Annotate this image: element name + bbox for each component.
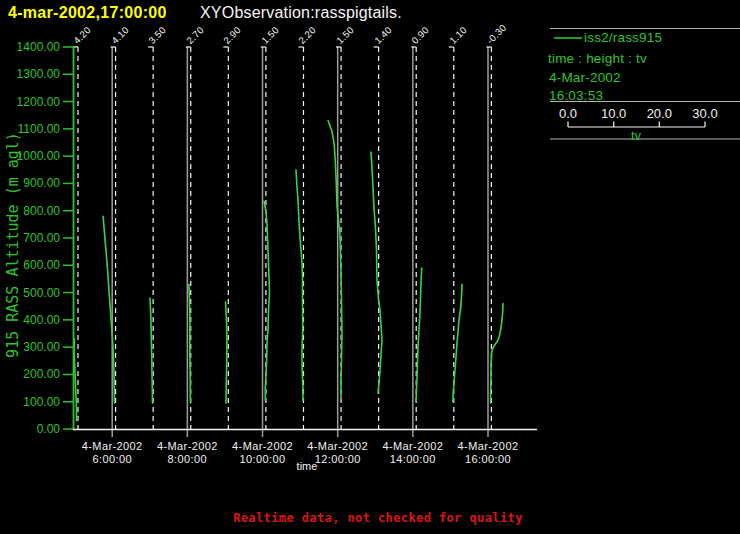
y-axis-tick-label: 600.00: [0, 258, 60, 272]
y-axis-tick-label: 300.00: [0, 340, 60, 354]
tv-axis-tick-label: 10.0: [592, 106, 636, 121]
header-datetime: 4-mar-2002,17:00:00: [8, 4, 167, 22]
legend-date: 4-Mar-2002: [549, 70, 621, 85]
y-axis-tick-label: 800.00: [0, 204, 60, 218]
y-axis-tick-label: 200.00: [0, 367, 60, 381]
y-axis-tick-label: 900.00: [0, 176, 60, 190]
x-axis-date-label: 4-Mar-2002: [443, 440, 533, 452]
y-axis-tick-label: 700.00: [0, 231, 60, 245]
page-title: XYObservation:rasspigtails.: [200, 4, 402, 22]
profile-curve: [226, 302, 227, 403]
tv-axis-title: tv: [616, 128, 656, 143]
y-axis-tick-label: 0.00: [0, 422, 60, 436]
profile-curve: [150, 298, 153, 403]
app-window: 4-mar-2002,17:00:00 XYObservation:rasspi…: [0, 0, 740, 534]
y-axis-tick-label: 1200.00: [0, 95, 60, 109]
tv-axis-tick-label: 30.0: [683, 106, 727, 121]
y-axis-tick-label: 1300.00: [0, 67, 60, 81]
profile-curve: [416, 268, 422, 402]
tv-axis-tick-label: 20.0: [637, 106, 681, 121]
profile-curve: [189, 284, 191, 403]
profile-curve: [491, 304, 503, 404]
profile-curve: [371, 152, 382, 393]
legend-time: 16:03:53: [549, 88, 603, 103]
y-axis-tick-label: 100.00: [0, 395, 60, 409]
tv-axis-tick-label: 0.0: [546, 106, 590, 121]
y-axis-tick-label: 400.00: [0, 313, 60, 327]
y-axis-tick-label: 1000.00: [0, 149, 60, 163]
y-axis-tick-label: 500.00: [0, 286, 60, 300]
legend-subtitle: time : height : tv: [548, 51, 647, 66]
y-axis-tick-label: 1400.00: [0, 40, 60, 54]
profile-curve: [328, 121, 342, 398]
x-axis-time-label: 16:00:00: [443, 453, 533, 465]
y-axis-tick-label: 1100.00: [0, 122, 60, 136]
legend-series-label: iss2/rass915: [584, 30, 662, 45]
profile-curve: [264, 201, 270, 400]
quality-notice: Realtime data, not checked for quality: [18, 511, 738, 525]
profile-curve: [296, 170, 303, 401]
